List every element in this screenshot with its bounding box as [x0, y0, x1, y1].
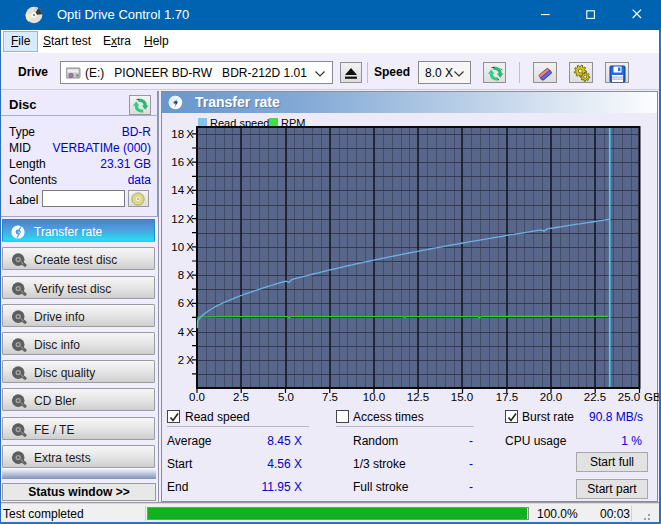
svg-text:0.0: 0.0: [189, 391, 205, 403]
svg-text:8 X: 8 X: [178, 269, 195, 281]
svg-text:22.5: 22.5: [584, 391, 606, 403]
svg-text:14 X: 14 X: [171, 184, 194, 196]
svg-text:12 X: 12 X: [171, 213, 194, 225]
svg-text:2.5: 2.5: [233, 391, 249, 403]
svg-text:17.5: 17.5: [496, 391, 518, 403]
svg-text:15.0: 15.0: [451, 391, 473, 403]
svg-text:16 X: 16 X: [171, 156, 194, 168]
svg-text:10.0: 10.0: [363, 391, 385, 403]
svg-text:10 X: 10 X: [171, 241, 194, 253]
svg-text:2 X: 2 X: [178, 354, 195, 366]
svg-text:4 X: 4 X: [178, 326, 195, 338]
svg-text:12.5: 12.5: [407, 391, 429, 403]
svg-text:25.0: 25.0: [618, 391, 640, 403]
svg-text:20.0: 20.0: [540, 391, 562, 403]
svg-text:18 X: 18 X: [171, 128, 194, 140]
svg-text:5.0: 5.0: [278, 391, 294, 403]
svg-text:6 X: 6 X: [178, 297, 195, 309]
svg-text:7.5: 7.5: [322, 391, 338, 403]
